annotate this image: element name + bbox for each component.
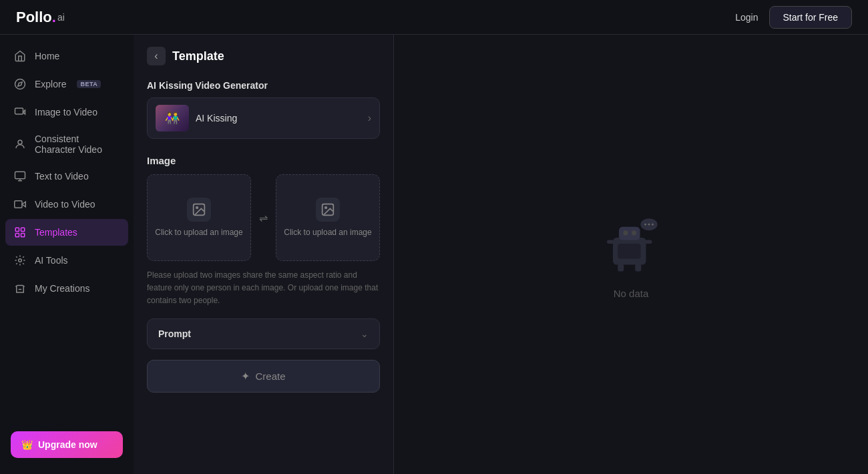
sidebar-item-text-to-video-label: Text to Video xyxy=(35,171,89,182)
chevron-down-icon: ⌄ xyxy=(361,328,369,339)
chevron-right-icon: › xyxy=(368,112,371,124)
upload-icon-2 xyxy=(316,198,340,222)
sidebar-item-video-to-video[interactable]: Video to Video xyxy=(5,191,128,218)
svg-rect-20 xyxy=(607,240,614,243)
sidebar-item-my-creations-label: My Creations xyxy=(35,283,89,294)
upload-hint: Please upload two images share the same … xyxy=(147,269,380,308)
svg-rect-18 xyxy=(618,264,624,271)
svg-point-11 xyxy=(19,259,22,262)
home-icon xyxy=(13,49,27,63)
creations-icon xyxy=(13,282,27,295)
panel-title: Template xyxy=(172,49,224,63)
start-free-button[interactable]: Start for Free xyxy=(769,6,852,29)
image-video-icon xyxy=(13,105,27,119)
svg-rect-2 xyxy=(15,108,23,114)
upload-box-1[interactable]: Click to upload an image xyxy=(147,174,251,261)
ai-tools-icon xyxy=(13,254,27,267)
prompt-label: Prompt xyxy=(158,328,191,339)
video-video-icon xyxy=(13,198,27,211)
sidebar-item-image-to-video[interactable]: Image to Video xyxy=(5,99,128,126)
svg-rect-9 xyxy=(15,234,19,237)
svg-rect-21 xyxy=(645,240,652,243)
sidebar-item-explore-label: Explore xyxy=(35,79,66,89)
sidebar-item-templates[interactable]: Templates xyxy=(5,219,128,246)
sidebar-item-text-to-video[interactable]: Text to Video xyxy=(5,163,128,190)
beta-badge: BETA xyxy=(77,80,101,88)
create-button[interactable]: ✦ Create xyxy=(147,360,380,393)
svg-marker-5 xyxy=(22,202,25,207)
upload-area: Click to upload an image ⇌ Click to uplo… xyxy=(147,174,380,261)
template-card-left: AI Kissing xyxy=(156,105,237,132)
svg-rect-7 xyxy=(15,228,19,231)
svg-point-29 xyxy=(652,223,654,225)
sidebar-item-explore[interactable]: Explore BETA xyxy=(5,71,128,97)
upgrade-button[interactable]: 👑 Upgrade now xyxy=(11,431,123,458)
swap-icon: ⇌ xyxy=(259,212,268,224)
explore-icon xyxy=(13,77,27,91)
right-panel: No data xyxy=(394,35,868,474)
logo-text: Pollo. xyxy=(16,9,56,26)
svg-point-0 xyxy=(15,79,25,89)
svg-point-15 xyxy=(325,206,327,208)
header: Pollo. ai Login Start for Free xyxy=(0,0,868,35)
svg-rect-22 xyxy=(619,226,640,240)
sidebar-item-templates-label: Templates xyxy=(35,227,77,238)
upgrade-label: Upgrade now xyxy=(38,439,97,450)
sidebar-item-my-creations[interactable]: My Creations xyxy=(5,275,128,302)
prompt-section[interactable]: Prompt ⌄ xyxy=(147,318,380,349)
left-panel: ‹ Template AI Kissing Video Generator AI… xyxy=(134,35,394,474)
sidebar-item-ai-tools[interactable]: AI Tools xyxy=(5,247,128,274)
sidebar-item-ai-tools-label: AI Tools xyxy=(35,255,68,266)
svg-rect-4 xyxy=(15,172,25,179)
sidebar: Home Explore BETA Image to Video xyxy=(0,35,134,474)
template-thumb-image xyxy=(156,105,189,132)
sidebar-item-home-label: Home xyxy=(35,51,59,61)
svg-rect-10 xyxy=(21,234,25,237)
panel-header: ‹ Template xyxy=(134,35,393,75)
logo: Pollo. ai xyxy=(16,9,65,26)
templates-icon xyxy=(13,226,27,239)
upload-icon-1 xyxy=(187,198,211,222)
svg-rect-6 xyxy=(15,201,22,208)
svg-point-13 xyxy=(196,206,198,208)
template-thumbnail xyxy=(156,105,189,132)
template-card[interactable]: AI Kissing › xyxy=(147,97,380,139)
sidebar-item-home[interactable]: Home xyxy=(5,43,128,69)
sidebar-item-consistent-character[interactable]: Consistent Character Video xyxy=(5,127,128,162)
template-name: AI Kissing xyxy=(196,113,237,124)
no-data-illustration xyxy=(598,210,664,277)
svg-marker-1 xyxy=(18,82,22,86)
content-area: ‹ Template AI Kissing Video Generator AI… xyxy=(134,35,868,474)
sidebar-item-video-to-video-label: Video to Video xyxy=(35,199,95,210)
svg-point-28 xyxy=(648,223,650,225)
logo-ai-text: ai xyxy=(57,12,65,23)
sidebar-item-image-to-video-label: Image to Video xyxy=(35,107,97,117)
upgrade-icon: 👑 xyxy=(21,439,33,450)
upload-text-1: Click to upload an image xyxy=(155,227,242,238)
svg-point-3 xyxy=(18,140,22,144)
image-section-label: Image xyxy=(134,150,393,174)
main-layout: Home Explore BETA Image to Video xyxy=(0,35,868,474)
svg-point-27 xyxy=(644,223,646,225)
svg-rect-8 xyxy=(21,228,25,231)
upload-box-2[interactable]: Click to upload an image xyxy=(276,174,380,261)
svg-rect-19 xyxy=(635,264,641,271)
header-right: Login Start for Free xyxy=(735,6,852,29)
sparkle-icon: ✦ xyxy=(241,370,250,383)
svg-point-24 xyxy=(632,230,636,235)
login-button[interactable]: Login xyxy=(735,12,758,23)
no-data-label: No data xyxy=(614,288,649,299)
svg-rect-17 xyxy=(618,244,640,259)
text-video-icon xyxy=(13,170,27,183)
section-subtitle: AI Kissing Video Generator xyxy=(134,75,393,97)
character-icon xyxy=(13,138,27,151)
upload-text-2: Click to upload an image xyxy=(284,227,371,238)
create-label: Create xyxy=(255,371,285,382)
svg-point-23 xyxy=(623,230,628,235)
back-button[interactable]: ‹ xyxy=(147,47,166,65)
sidebar-item-consistent-label: Consistent Character Video xyxy=(35,134,120,155)
svg-point-26 xyxy=(644,226,647,228)
